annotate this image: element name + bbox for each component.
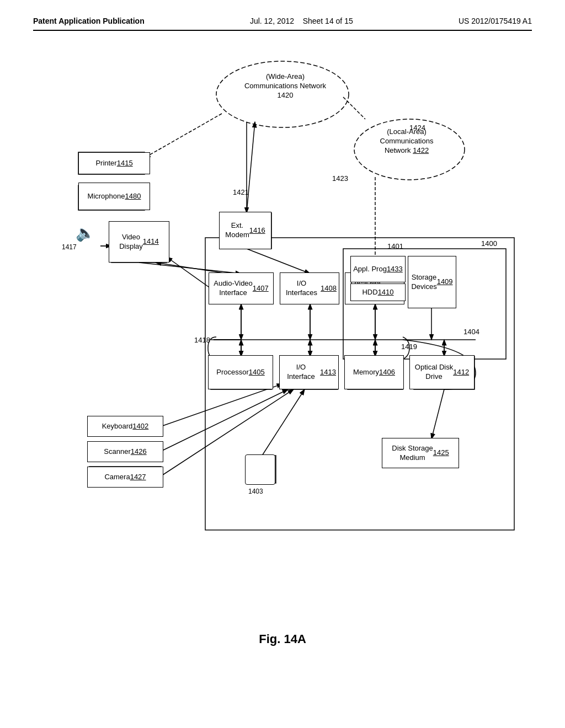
hdd-box: HDD 1410: [350, 283, 406, 301]
optical-disk-box: Optical DiskDrive 1412: [409, 355, 475, 389]
ref-1401: 1401: [387, 242, 403, 251]
header-date-sheet: Jul. 12, 2012 Sheet 14 of 15: [250, 17, 353, 25]
ext-modem-box: Ext.Modem1416: [219, 212, 271, 249]
wan-label: (Wide-Area) Communications Network 1420: [241, 72, 329, 100]
diagram-area: (Wide-Area) Communications Network 1420 …: [45, 42, 520, 621]
video-display-box: VideoDisplay1414: [109, 221, 169, 263]
svg-line-29: [139, 263, 241, 274]
svg-line-27: [247, 249, 310, 274]
svg-line-43: [161, 384, 282, 426]
speaker-icon: 🔈: [76, 224, 95, 242]
ref-1400: 1400: [481, 239, 497, 249]
svg-line-46: [262, 389, 305, 456]
header-patent-number: US 2012/0175419 A1: [459, 17, 532, 25]
ref-1419: 1419: [401, 342, 417, 352]
page-header: Patent Application Publication Jul. 12, …: [33, 17, 532, 31]
ref-1421: 1421: [233, 188, 249, 197]
lan-label: (Local-Area)CommunicationsNetwork 1422: [365, 127, 448, 156]
printer-box: Printer 1415: [78, 152, 150, 174]
svg-line-30: [156, 263, 227, 274]
ref-1417: 1417: [62, 243, 77, 252]
io-interface-box: I/O Interface1413: [279, 355, 339, 389]
mouse-box: [245, 454, 275, 485]
svg-line-59: [167, 257, 211, 288]
ref-1404: 1404: [463, 328, 479, 337]
scanner-box: Scanner 1426: [87, 441, 163, 462]
ref-1418: 1418: [194, 336, 210, 345]
audio-video-box: Audio-VideoInterface 1407: [209, 272, 274, 304]
camera-box: Camera 1427: [87, 467, 163, 488]
microphone-box: Microphone1480: [78, 183, 150, 210]
svg-line-25: [343, 97, 365, 119]
processor-box: Processor1405: [208, 355, 273, 389]
ref-1403: 1403: [248, 488, 263, 496]
appl-prog-box: Appl. Prog1433: [350, 256, 406, 282]
ref-1423: 1423: [332, 174, 348, 184]
io-interfaces-box: I/O Interfaces1408: [280, 272, 339, 304]
ref-1424: 1424: [409, 124, 425, 133]
storage-devices-box: StorageDevices1409: [408, 256, 456, 308]
disk-storage-box: Disk StorageMedium 1425: [382, 438, 459, 468]
svg-line-28: [247, 122, 255, 213]
memory-box: Memory1406: [344, 355, 404, 389]
keyboard-box: Keyboard 1402: [87, 416, 163, 437]
svg-line-23: [145, 114, 222, 158]
header-left: Patent Application Publication: [33, 17, 145, 25]
svg-line-44: [161, 389, 288, 451]
figure-caption: Fig. 14A: [33, 632, 532, 646]
svg-line-47: [431, 389, 444, 439]
